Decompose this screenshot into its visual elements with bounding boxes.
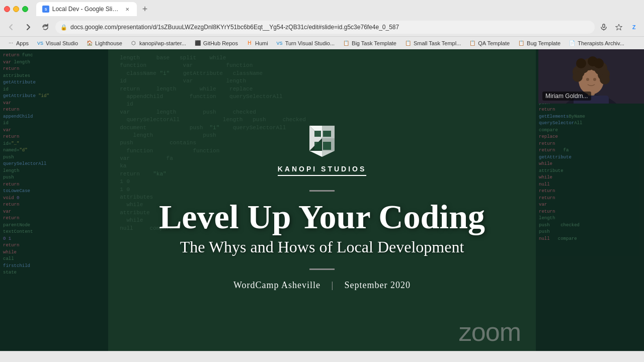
maximize-button[interactable]	[22, 6, 28, 12]
bookmark-bug[interactable]: 📋 Bug Template	[515, 39, 564, 48]
turn-vs-icon: VS	[276, 40, 283, 47]
event-name: WordCamp Asheville	[233, 280, 320, 290]
video-name-label: Miriam Goldm...	[542, 92, 591, 101]
svg-marker-4	[616, 24, 622, 30]
slide-content: KANOPI STUDIOS Level Up Your Coding The …	[149, 111, 495, 301]
forward-button[interactable]	[21, 20, 35, 34]
svg-point-32	[593, 78, 596, 81]
bookmark-vs-label: Visual Studio	[46, 40, 78, 46]
github-icon: ⬛	[194, 40, 201, 47]
bookmark-small-task-label: Small Task Templ...	[414, 40, 461, 46]
minimize-button[interactable]	[13, 6, 19, 12]
tab-favicon: S	[42, 6, 49, 13]
svg-point-29	[594, 58, 604, 68]
event-separator: |	[331, 280, 334, 290]
bookmark-apps-label: Apps	[16, 40, 29, 46]
microphone-button[interactable]	[598, 21, 610, 33]
kanopi-studio-name: KANOPI STUDIOS	[278, 165, 367, 176]
bookmark-turn-vs[interactable]: VS Turn Visual Studio...	[273, 39, 338, 48]
browser-chrome: S Local Dev - Google Slides ✕ + 🔒 docs.g…	[0, 0, 644, 49]
right-sidebar: return apply querySelectorAll querySelec…	[536, 49, 644, 362]
bookmark-bug-label: Bug Template	[527, 40, 560, 46]
close-button[interactable]	[4, 6, 10, 12]
main-content: return func var length return attributes…	[0, 49, 644, 362]
apps-icon: ⋯	[7, 40, 14, 47]
svg-marker-14	[323, 142, 331, 150]
bug-icon: 📋	[518, 40, 525, 47]
bookmarks-bar: ⋯ Apps VS Visual Studio 🏠 Lighthouse ⬡ k…	[0, 36, 644, 49]
bookmark-big-task[interactable]: 📋 Big Task Template	[340, 39, 399, 48]
address-bar-row: 🔒 docs.google.com/presentation/d/1sZBuuu…	[0, 18, 644, 36]
svg-marker-11	[314, 131, 321, 137]
bookmark-therapists-label: Therapists Archiv...	[578, 40, 624, 46]
visual-studio-icon: VS	[37, 40, 44, 47]
humi-icon: H	[246, 40, 253, 47]
svg-marker-10	[322, 151, 335, 157]
bookmark-big-task-label: Big Task Template	[352, 40, 396, 46]
bookmark-apps[interactable]: ⋯ Apps	[4, 39, 32, 48]
lighthouse-icon: 🏠	[86, 40, 93, 47]
video-tile: Miriam Goldm...	[538, 49, 644, 104]
bookmark-humi[interactable]: H Humi	[243, 39, 271, 48]
kanopi-icon: ⬡	[130, 40, 137, 47]
bottom-divider	[309, 268, 335, 270]
tab-bar: S Local Dev - Google Slides ✕ +	[36, 2, 640, 16]
refresh-button[interactable]	[38, 20, 52, 34]
bookmark-turn-vs-label: Turn Visual Studio...	[285, 40, 335, 46]
bookmark-small-task[interactable]: 📋 Small Task Templ...	[401, 39, 464, 48]
left-sidebar: return func var length return attributes…	[0, 49, 108, 362]
slide-area[interactable]: length base split while function var fun…	[108, 49, 536, 362]
bookmark-kanopi-label: kanopi/wp-starter...	[139, 40, 186, 46]
svg-point-31	[586, 78, 589, 81]
small-task-icon: 📋	[405, 40, 412, 47]
svg-point-27	[576, 58, 586, 68]
svg-marker-9	[309, 151, 322, 157]
bookmark-github[interactable]: ⬛ GitHub Repos	[191, 39, 241, 48]
top-divider	[309, 190, 335, 192]
event-info: WordCamp Asheville | September 2020	[233, 280, 411, 291]
address-bar[interactable]: 🔒 docs.google.com/presentation/d/1sZBuuu…	[55, 21, 595, 34]
bookmark-qa[interactable]: 📋 QA Template	[466, 39, 513, 48]
bookmark-qa-label: QA Template	[478, 40, 510, 46]
tab-title: Local Dev - Google Slides	[52, 6, 121, 13]
bookmark-visual-studio[interactable]: VS Visual Studio	[34, 39, 81, 48]
therapists-icon: 📄	[569, 40, 576, 47]
event-date: September 2020	[345, 280, 411, 290]
title-bar: S Local Dev - Google Slides ✕ +	[0, 0, 644, 18]
svg-marker-13	[323, 131, 331, 137]
svg-point-25	[573, 72, 583, 82]
back-button[interactable]	[4, 20, 18, 34]
browser-tab[interactable]: S Local Dev - Google Slides ✕	[36, 2, 137, 16]
left-code-bg: return func var length return attributes…	[0, 49, 108, 362]
tab-close-button[interactable]: ✕	[124, 6, 131, 13]
kanopi-logo	[302, 121, 342, 161]
svg-point-26	[600, 74, 610, 84]
bookmark-humi-label: Humi	[255, 40, 268, 46]
svg-rect-2	[603, 24, 605, 28]
bookmark-therapists[interactable]: 📄 Therapists Archiv...	[566, 39, 627, 48]
bookmark-github-label: GitHub Repos	[203, 40, 238, 46]
svg-text:S: S	[45, 8, 47, 11]
new-tab-button[interactable]: +	[139, 3, 151, 15]
bookmark-lighthouse[interactable]: 🏠 Lighthouse	[83, 39, 125, 48]
bookmark-lighthouse-label: Lighthouse	[95, 40, 122, 46]
main-headline: Level Up Your Coding	[159, 200, 485, 234]
zoom-extension-button[interactable]: Z	[628, 21, 640, 33]
traffic-lights	[4, 6, 28, 12]
ssl-icon: 🔒	[60, 24, 67, 31]
browser-icons: Z	[598, 21, 640, 33]
browser-bottom-bar	[0, 351, 644, 362]
zoom-watermark: zoom	[459, 317, 521, 347]
qa-icon: 📋	[469, 40, 476, 47]
sub-headline: The Whys and Hows of Local Development	[180, 238, 464, 256]
svg-marker-12	[314, 142, 321, 150]
big-task-icon: 📋	[343, 40, 350, 47]
bookmark-kanopi[interactable]: ⬡ kanopi/wp-starter...	[127, 39, 189, 48]
bookmark-star-button[interactable]	[613, 21, 625, 33]
url-text: docs.google.com/presentation/d/1sZBuuuLW…	[70, 24, 399, 31]
